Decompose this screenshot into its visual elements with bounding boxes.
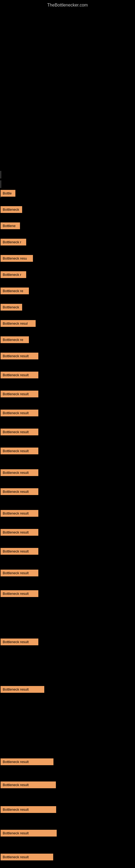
bottleneck-item-6: Bottleneck r bbox=[1, 271, 26, 278]
bottleneck-item-13: Bottleneck result bbox=[1, 391, 38, 397]
bottleneck-item-18: Bottleneck result bbox=[1, 488, 38, 495]
bottleneck-item-10: Bottleneck re bbox=[1, 336, 29, 343]
bottleneck-item-2: Bottleneck bbox=[1, 206, 22, 213]
bottleneck-item-14: Bottleneck result bbox=[1, 410, 38, 416]
bottleneck-item-19: Bottleneck result bbox=[1, 510, 38, 517]
bottleneck-item-21: Bottleneck result bbox=[1, 548, 38, 555]
bottleneck-item-8: Bottleneck bbox=[1, 304, 22, 311]
bottleneck-item-28: Bottleneck result bbox=[1, 806, 56, 813]
bottleneck-item-27: Bottleneck result bbox=[1, 781, 56, 788]
bottleneck-item-4: Bottleneck r bbox=[1, 239, 26, 246]
vertical-line-2 bbox=[1, 180, 1, 188]
bottleneck-item-7: Bottleneck re bbox=[1, 287, 29, 294]
bottleneck-item-16: Bottleneck result bbox=[1, 447, 38, 454]
vertical-line-1 bbox=[1, 171, 1, 179]
bottleneck-item-22: Bottleneck result bbox=[1, 569, 38, 577]
bottleneck-item-11: Bottleneck result bbox=[1, 352, 38, 360]
bottleneck-item-26: Bottleneck result bbox=[1, 758, 53, 765]
bottleneck-item-25: Bottleneck result bbox=[1, 686, 44, 693]
bottleneck-item-17: Bottleneck result bbox=[1, 469, 38, 476]
bottleneck-item-3: Bottlene bbox=[1, 222, 20, 229]
bottleneck-item-5: Bottleneck resu bbox=[1, 255, 33, 262]
bottleneck-item-12: Bottleneck result bbox=[1, 372, 38, 378]
bottleneck-item-9: Bottleneck resul bbox=[1, 320, 36, 327]
bottleneck-item-30: Bottleneck result bbox=[1, 854, 53, 860]
bottleneck-item-23: Bottleneck result bbox=[1, 590, 38, 597]
site-title: TheBottlenecker.com bbox=[0, 0, 135, 10]
bottleneck-item-15: Bottleneck result bbox=[1, 429, 38, 435]
page-container: TheBottlenecker.com BottleBottleneckBott… bbox=[0, 0, 135, 868]
bottleneck-item-29: Bottleneck result bbox=[1, 830, 57, 837]
bottleneck-item-20: Bottleneck result bbox=[1, 529, 38, 536]
bottleneck-item-24: Bottleneck result bbox=[1, 639, 38, 645]
bottleneck-item-1: Bottle bbox=[1, 190, 15, 197]
